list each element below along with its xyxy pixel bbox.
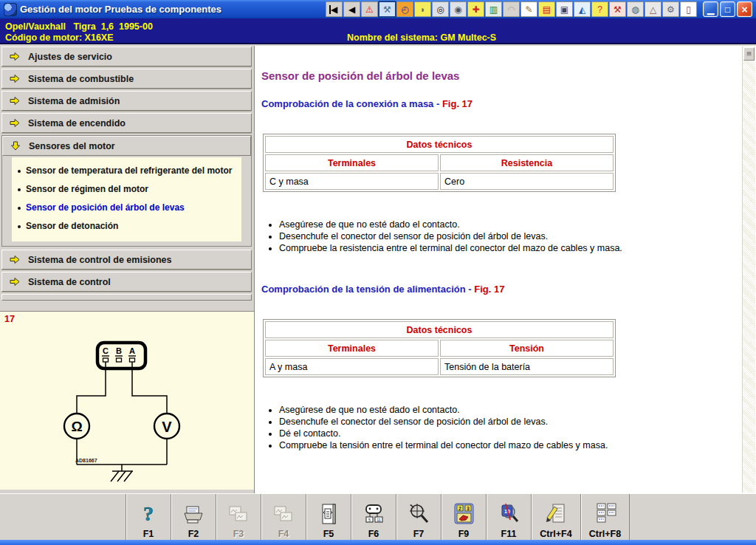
- table-column-header: Resistencia: [440, 154, 614, 171]
- datos-tecnicos-table: Datos técnicosTerminalesResistenciaC y m…: [263, 134, 616, 192]
- app-icon: [4, 3, 17, 16]
- grease-tool-icon[interactable]: ✚: [467, 1, 484, 17]
- location-magnifier-icon: 10: [496, 499, 521, 529]
- timing-globe-icon[interactable]: ◴: [396, 1, 413, 17]
- heading-dash: -: [433, 98, 442, 109]
- section-heading: Comprobación de la conexión a masa - Fig…: [261, 98, 726, 109]
- page-title: Sensor de posición del árbol de levas: [261, 69, 726, 82]
- cylinder-head-icon[interactable]: ▤: [538, 1, 555, 17]
- repair-tools-icon[interactable]: ⚒: [379, 1, 396, 17]
- sidebar-item-sensor-de-detonacion[interactable]: Sensor de detonación: [13, 217, 238, 236]
- section-comprobacion-de-la-conexion-a-masa: Comprobación de la conexión a masa - Fig…: [261, 98, 726, 254]
- printer-small-icon[interactable]: ▣: [556, 1, 573, 17]
- back-icon[interactable]: ◀: [343, 1, 360, 17]
- voltmeter-symbol: V: [162, 419, 172, 435]
- soldering-iron-icon[interactable]: ✎: [520, 1, 537, 17]
- sidebar-item-sensor-de-posicion-del-arbol-de-levas[interactable]: Sensor de posición del árbol de levas: [13, 199, 238, 217]
- service-vehicle-icon[interactable]: ⚒: [609, 1, 626, 17]
- abs-icon[interactable]: ◍: [627, 1, 644, 17]
- sidebar-group-sensores-del-motor: Sensores del motorSensor de temperatura …: [1, 135, 252, 247]
- gears-icon[interactable]: ⚙: [662, 1, 679, 17]
- airbag-warning-icon[interactable]: △: [645, 1, 662, 17]
- component-page-icon: [316, 499, 341, 529]
- sidebar-header-ajustes-de-servicio[interactable]: Ajustes de servicio: [1, 47, 252, 66]
- toolbar-button-f3: F3: [216, 494, 261, 540]
- warning-icon[interactable]: ⚠: [361, 1, 378, 17]
- svg-text:5: 5: [368, 518, 371, 522]
- toolbar-button-ctrl-f4[interactable]: Ctrl+F4: [531, 494, 580, 540]
- toolbar-button-label: F11: [501, 529, 517, 539]
- first-page-bar: [329, 5, 331, 14]
- figure-code: AD81667: [75, 458, 97, 463]
- arrow-right-icon: [10, 277, 20, 287]
- sidebar-item-sensor-de-temperatura-del-refrigerante-del-motor[interactable]: Sensor de temperatura del refrigerante d…: [13, 162, 238, 180]
- lift-icon[interactable]: ▥: [485, 1, 502, 17]
- arrow-right-icon: [10, 96, 20, 106]
- toolbar-button-label: F7: [413, 529, 425, 539]
- window-controls: ▁□×: [703, 1, 752, 17]
- sidebar-header-sensores-del-motor[interactable]: Sensores del motor: [2, 136, 251, 156]
- toolbar-button-label: F4: [278, 529, 289, 539]
- toolbar-button-f5[interactable]: F5: [306, 494, 351, 540]
- gauges-icon[interactable]: ◉: [450, 1, 467, 17]
- close-button[interactable]: ×: [737, 1, 752, 17]
- procedure-step: Dé el contacto.: [279, 428, 726, 439]
- figure-panel: 17 C B A: [0, 311, 254, 490]
- procedure-step: Desenchufe el conector del sensor de pos…: [279, 230, 726, 242]
- arrow-down-icon: [10, 141, 21, 151]
- figure-reference-link[interactable]: Fig. 17: [474, 284, 504, 295]
- sidebar-header-sistema-de-admision[interactable]: Sistema de admisión: [1, 91, 252, 111]
- toolbar-button-f7[interactable]: F7: [396, 494, 441, 540]
- sidebar-header-sistema-de-control[interactable]: Sistema de control: [1, 272, 252, 292]
- sidebar-items-sensores-del-motor: Sensor de temperatura del refrigerante d…: [12, 157, 241, 241]
- first-page-icon[interactable]: ◀: [326, 1, 343, 17]
- connector-icon: 511: [361, 499, 386, 529]
- pin-label-b: B: [116, 346, 122, 355]
- sidebar-item-sensor-de-regimen-del-motor[interactable]: Sensor de régimen del motor: [13, 180, 238, 199]
- procedure-steps: Asegúrese de que no esté dado el contact…: [261, 404, 726, 451]
- protractor-icon: ◠: [503, 1, 520, 17]
- toolbar-button-f6[interactable]: 511F6: [351, 494, 396, 540]
- datos-tecnicos-table: Datos técnicosTerminalesTensiónA y masaT…: [263, 319, 616, 377]
- arrow-right-icon: [10, 52, 20, 61]
- table-title: Datos técnicos: [265, 321, 614, 338]
- toolbar-button-f2[interactable]: F2: [171, 494, 216, 540]
- procedure-step: Desenchufe el conector del sensor de pos…: [279, 416, 726, 428]
- sidebar-header-label: Sistema de control: [28, 277, 111, 287]
- sidebar-header-sistema-de-encendido[interactable]: Sistema de encendido: [1, 113, 252, 133]
- taskbar-strip: [0, 540, 756, 545]
- table-cell: Tensión de la batería: [440, 358, 614, 375]
- scrollbar-thumb[interactable]: ▤: [743, 47, 755, 61]
- help-vehicle-icon[interactable]: ?: [591, 1, 608, 17]
- sidebar-header-label: Sistema de combustible: [28, 74, 134, 84]
- vertical-scrollbar[interactable]: ▤: [742, 47, 755, 493]
- wheel-icon[interactable]: ◎: [432, 1, 449, 17]
- toolbar-button-label: F2: [188, 529, 199, 539]
- toolbar-button-ctrl-f8[interactable]: Ctrl+F8: [580, 494, 630, 540]
- toolbar-button-f11[interactable]: 10F11: [486, 494, 531, 540]
- toolbar-button-label: F3: [233, 529, 244, 539]
- window-title: Gestión del motor Pruebas de componentes: [20, 4, 221, 15]
- boat-icon[interactable]: ◭: [574, 1, 591, 17]
- heading-dash: -: [466, 284, 475, 295]
- procedure-step: Compruebe la tensión entre el terminal d…: [279, 439, 726, 451]
- battery-icon[interactable]: ▯: [680, 1, 697, 17]
- procedure-step: Asegúrese de que no esté dado el contact…: [279, 219, 726, 230]
- sidebar: Ajustes de servicioSistema de combustibl…: [0, 46, 255, 493]
- probe-magnifier-icon: [406, 499, 431, 529]
- toolbar-button-f9[interactable]: 23F9: [441, 494, 486, 540]
- sidebar-header-sistema-de-combustible[interactable]: Sistema de combustible: [1, 69, 252, 89]
- sidebar-header-sistema-de-control-de-emisiones[interactable]: Sistema de control de emisiones: [1, 250, 252, 270]
- toolbar-button-f1[interactable]: ?F1: [126, 494, 171, 540]
- svg-text:2: 2: [458, 506, 461, 511]
- test-wires: [77, 362, 167, 471]
- table-cell: C y masa: [265, 173, 439, 190]
- mouse-pointer-icon[interactable]: ◗: [414, 1, 431, 17]
- toolbar-button-label: Ctrl+F8: [589, 529, 621, 539]
- toolbar-button-f4: F4: [261, 494, 306, 540]
- table-cell: Cero: [440, 173, 614, 190]
- figure-reference-link[interactable]: Fig. 17: [442, 98, 472, 109]
- section-comprobacion-de-la-tension-de-alimentacion: Comprobación de la tensión de alimentaci…: [261, 284, 726, 451]
- minimize-button[interactable]: ▁: [703, 1, 718, 17]
- restore-button[interactable]: □: [720, 1, 735, 17]
